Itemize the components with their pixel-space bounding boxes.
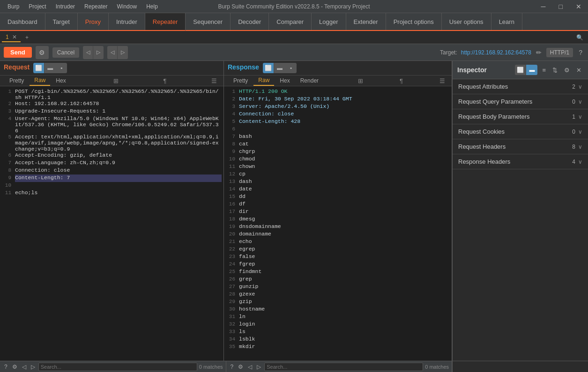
chevron-down-icon: ∨ [578, 99, 582, 105]
title-bar-left: Burp Project Intruder Repeater Window He… [4, 2, 162, 11]
response-tab-hex[interactable]: Hex [275, 76, 294, 85]
window-controls: ─ □ ✕ [538, 3, 584, 10]
response-line-7: 7 bash [226, 133, 450, 141]
request-matches-count: 0 matches [199, 364, 223, 370]
minimize-button[interactable]: ─ [538, 3, 549, 10]
view-btn-split-v[interactable]: ⬜ [33, 63, 45, 73]
response-line-26: 26 grep [226, 276, 450, 283]
view-btn-split-h[interactable]: ▬ [45, 63, 56, 73]
tab-intruder[interactable]: Intruder [109, 13, 145, 30]
target-url[interactable]: http://192.168.92.162:64578 [461, 49, 531, 56]
response-tab-render[interactable]: Render [296, 76, 323, 85]
inspector-split-button[interactable]: ⇅ [551, 66, 559, 75]
response-tab-icon-1[interactable]: ⊞ [356, 76, 365, 85]
request-search-settings[interactable]: ⚙ [11, 363, 19, 371]
response-search-settings[interactable]: ⚙ [237, 363, 245, 371]
inspector-request-headers[interactable]: Request Headers 8 ∨ [453, 139, 588, 154]
response-panel: Response ⬜ ▬ ▪ Pretty Raw Hex Render ⊞ ¶… [224, 61, 452, 361]
request-tab-raw[interactable]: Raw [30, 76, 50, 86]
request-next-match[interactable]: ▷ [30, 363, 37, 371]
menu-help[interactable]: Help [142, 2, 162, 11]
response-line-14: 14 date [226, 186, 450, 193]
response-search-input[interactable] [264, 363, 423, 371]
request-tab-icon-3[interactable]: ☰ [209, 76, 219, 85]
request-line-10: 10 [2, 182, 222, 190]
tab-extender[interactable]: Extender [346, 13, 386, 30]
response-view-btn-3[interactable]: ▪ [285, 63, 297, 73]
inspector-view-1[interactable]: ⬜ [515, 65, 526, 75]
inspector-query-params[interactable]: Request Query Parameters 0 ∨ [453, 94, 588, 109]
tab-dashboard[interactable]: Dashboard [0, 13, 45, 30]
response-line-6: 6 [226, 126, 450, 133]
add-tab-button[interactable]: + [22, 33, 32, 42]
request-search-input[interactable] [38, 363, 197, 371]
request-tab-icon-1[interactable]: ⊞ [112, 76, 120, 85]
tab-comparer[interactable]: Comparer [269, 13, 312, 30]
tab-proxy[interactable]: Proxy [78, 13, 109, 30]
send-button[interactable]: Send [4, 47, 32, 58]
inspector-cookies[interactable]: Request Cookies 0 ∨ [453, 124, 588, 139]
next-arrow-1[interactable]: ▷ [93, 46, 104, 59]
response-line-25: 25 findmnt [226, 268, 450, 276]
edit-target-button[interactable]: ✏ [535, 48, 543, 57]
cancel-button[interactable]: Cancel [52, 47, 79, 58]
help-button[interactable]: ? [577, 48, 584, 57]
tab-sequencer[interactable]: Sequencer [186, 13, 231, 30]
menu-project[interactable]: Project [25, 2, 50, 11]
response-line-28: 28 gzexe [226, 291, 450, 298]
response-tab-pretty[interactable]: Pretty [229, 76, 253, 85]
maximize-button[interactable]: □ [556, 3, 566, 10]
response-search-help[interactable]: ? [229, 363, 235, 371]
response-line-15: 15 dd [226, 193, 450, 201]
inspector-response-headers[interactable]: Response Headers 4 ∨ [453, 154, 588, 169]
tab-logger[interactable]: Logger [312, 13, 346, 30]
inspector-view-2[interactable]: ▬ [526, 65, 537, 75]
menu-repeater[interactable]: Repeater [81, 2, 111, 11]
sub-tab-1-close[interactable]: ✕ [12, 34, 17, 40]
prev-outer-arrow[interactable]: ◁ [107, 46, 118, 59]
request-tab-hex[interactable]: Hex [51, 76, 70, 85]
response-line-8: 8 cat [226, 141, 450, 148]
tab-learn[interactable]: Learn [491, 13, 522, 30]
request-tab-pretty[interactable]: Pretty [5, 76, 29, 85]
inspector-align-button[interactable]: ≡ [540, 66, 548, 75]
menu-intruder[interactable]: Intruder [52, 2, 79, 11]
response-tab-raw[interactable]: Raw [253, 76, 274, 86]
response-view-btn-2[interactable]: ▬ [274, 63, 285, 73]
window-title: Burp Suite Community Edition v2022.8.5 -… [218, 3, 370, 10]
tab-target[interactable]: Target [45, 13, 78, 30]
request-search-help[interactable]: ? [3, 363, 9, 371]
response-next-match[interactable]: ▷ [255, 363, 262, 371]
response-line-24: 24 fgrep [226, 261, 450, 268]
tab-user-options[interactable]: User options [442, 13, 491, 30]
prev-arrow[interactable]: ◁ [83, 46, 93, 59]
response-line-3: 3 Server: Apache/2.4.50 (Unix) [226, 103, 450, 111]
inspector-body-params[interactable]: Request Body Parameters 1 ∨ [453, 109, 588, 124]
inspector-request-attributes[interactable]: Request Attributes 2 ∨ [453, 79, 588, 94]
response-prev-match[interactable]: ◁ [246, 363, 253, 371]
response-line-2: 2 Date: Fri, 30 Sep 2022 03:18:44 GMT [226, 96, 450, 103]
request-tab-icon-2[interactable]: ¶ [162, 76, 169, 85]
request-prev-match[interactable]: ◁ [21, 363, 28, 371]
http-version-button[interactable]: HTTP/1 [546, 48, 573, 57]
response-line-20: 20 domainname [226, 231, 450, 238]
inspector-close-button[interactable]: ✕ [574, 66, 583, 75]
inspector-settings-button[interactable]: ⚙ [562, 66, 572, 75]
settings-button[interactable]: ⚙ [36, 46, 49, 59]
response-tab-icon-3[interactable]: ☰ [438, 76, 447, 85]
response-line-10: 10 chmod [226, 156, 450, 163]
bottom-bar: ? ⚙ ◁ ▷ 0 matches ? ⚙ ◁ ▷ 0 matches [0, 361, 588, 372]
next-outer-arrow[interactable]: ▷ [118, 46, 128, 59]
close-button[interactable]: ✕ [573, 3, 584, 10]
view-btn-single[interactable]: ▪ [56, 63, 67, 73]
tab-decoder[interactable]: Decoder [231, 13, 269, 30]
response-view-btn-1[interactable]: ⬜ [263, 63, 274, 73]
sub-tab-1[interactable]: 1 ✕ [2, 33, 21, 42]
response-tab-icon-2[interactable]: ¶ [398, 76, 405, 85]
tab-search-button[interactable]: 🔍 [573, 33, 586, 42]
menu-window[interactable]: Window [113, 2, 141, 11]
menu-burp[interactable]: Burp [4, 2, 23, 11]
tab-repeater[interactable]: Repeater [145, 13, 186, 31]
nav-arrows-2: ◁ ▷ [107, 46, 128, 59]
tab-project-options[interactable]: Project options [386, 13, 442, 30]
